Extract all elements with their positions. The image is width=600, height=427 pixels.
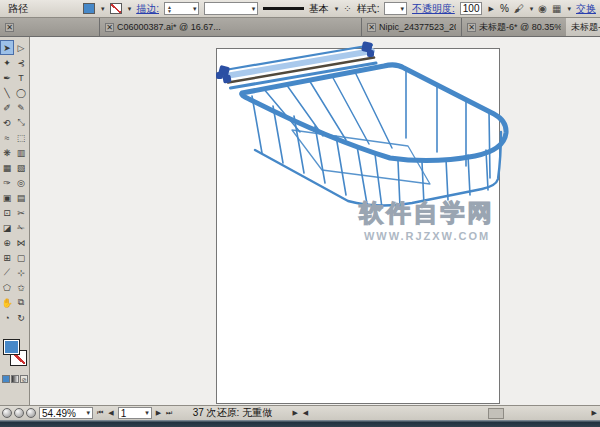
stroke-weight-input[interactable]: ▲▼ — [164, 2, 199, 15]
stepper-icon[interactable]: ▲▼ — [167, 5, 172, 13]
brush-definition-select[interactable]: 基本 — [309, 2, 329, 16]
chevron-down-icon[interactable] — [101, 5, 105, 13]
object-type-label: 路径 — [4, 2, 78, 16]
live-paint-bucket-tool[interactable]: ▣ — [0, 190, 14, 205]
chevron-down-icon[interactable] — [145, 409, 149, 417]
opacity-panel-link[interactable]: 不透明度: — [412, 2, 455, 16]
none-mode-button[interactable]: ⊘ — [20, 375, 28, 383]
slice-tool[interactable]: ✂ — [14, 205, 28, 220]
width-tool[interactable]: ⊕ — [0, 235, 14, 250]
stroke-panel-link[interactable]: 描边: — [136, 2, 159, 16]
variable-width-select[interactable] — [204, 2, 258, 15]
close-icon[interactable]: ✕ — [5, 23, 14, 32]
stroke-color-swatch[interactable] — [110, 3, 122, 14]
tool-icon: ↻ — [17, 313, 25, 323]
scale-tool[interactable]: ⤡ — [14, 115, 28, 130]
first-artboard-button[interactable]: ⏮ — [96, 409, 104, 417]
magic-wand-tool[interactable]: ✦ — [0, 55, 14, 70]
symbol-sprayer-tool[interactable]: ❋ — [0, 145, 14, 160]
line-segment-tool[interactable]: ╲ — [0, 85, 14, 100]
polygon-tool[interactable]: ⬠ — [0, 280, 14, 295]
document-tab[interactable]: ✕ Nipic_24377523_20180909160524790000 [转… — [362, 18, 462, 36]
close-icon[interactable]: ✕ — [105, 23, 114, 32]
recolor-artwork-icon[interactable]: ◉ — [538, 3, 547, 14]
column-graph-tool[interactable]: ▥ — [14, 145, 28, 160]
star-tool[interactable]: ✩ — [14, 280, 28, 295]
chevron-down-icon[interactable] — [86, 409, 90, 417]
scissors-tool[interactable]: ✁ — [14, 220, 28, 235]
document-tab[interactable]: 未标题-11* @ 54.49... — [566, 18, 600, 36]
normal-screen-mode-button[interactable] — [2, 408, 12, 418]
ellipse-tool[interactable]: ◯ — [14, 85, 28, 100]
opacity-popup-icon[interactable]: ▶ — [487, 5, 494, 13]
chevron-down-icon[interactable] — [335, 5, 339, 13]
chevron-down-icon[interactable] — [567, 5, 571, 13]
zoom-level-select[interactable]: 54.49% — [39, 407, 93, 419]
paintbrush-tool[interactable]: ✐ — [0, 100, 14, 115]
artboard-tool[interactable]: ▢ — [14, 250, 28, 265]
type-tool[interactable]: T — [14, 70, 28, 85]
mesh-tool[interactable]: ▦ — [0, 160, 14, 175]
perspective-grid-tool[interactable]: ⊞ — [0, 250, 14, 265]
chevron-down-icon[interactable] — [252, 5, 256, 13]
eraser-tool[interactable]: ◪ — [0, 220, 14, 235]
artboard[interactable] — [216, 48, 500, 404]
document-tab[interactable]: ✕ C06000387.ai* @ 16.67... — [100, 18, 362, 36]
crop-area-tool[interactable]: ⊡ — [0, 205, 14, 220]
pencil-tool[interactable]: ✎ — [14, 100, 28, 115]
last-artboard-button[interactable]: ⏭ — [165, 409, 173, 417]
selection-tool[interactable]: ➤ — [0, 40, 14, 55]
transparency-grid-icon[interactable]: ▦ — [552, 3, 561, 14]
chevron-down-icon[interactable] — [401, 5, 405, 13]
close-icon[interactable]: ✕ — [467, 23, 476, 32]
style-label: 样式: — [357, 2, 380, 16]
swap-link[interactable]: 交换 — [576, 2, 596, 16]
scroll-left-button[interactable]: ◀ — [302, 409, 309, 417]
brush-stroke-preview[interactable] — [263, 7, 303, 10]
close-icon[interactable]: ✕ — [367, 23, 376, 32]
eyedropper-tool[interactable]: ✑ — [0, 175, 14, 190]
brush-options-icon[interactable]: ⁘ — [343, 3, 351, 14]
gradient-mode-button[interactable] — [11, 375, 19, 383]
zoom-tool[interactable]: ◔ — [0, 310, 14, 325]
horizontal-scrollbar[interactable] — [312, 408, 587, 419]
previous-artboard-button[interactable]: ◀ — [107, 409, 114, 417]
status-menu-icon[interactable]: ▶ — [291, 409, 298, 417]
chevron-down-icon[interactable] — [193, 5, 197, 13]
tool-icon: ⊞ — [3, 253, 11, 263]
full-screen-mode-button[interactable] — [26, 408, 36, 418]
free-transform-tool[interactable]: ⬚ — [14, 130, 28, 145]
document-tab[interactable]: ✕ — [0, 18, 100, 36]
opacity-input[interactable]: 100 — [460, 2, 483, 15]
shape-builder-tool[interactable]: ⋈ — [14, 235, 28, 250]
live-paint-selection-tool[interactable]: ▤ — [14, 190, 28, 205]
pen-tool[interactable]: ✒ — [0, 70, 14, 85]
knife-tool[interactable]: ⟋ — [0, 265, 14, 280]
chevron-down-icon[interactable] — [530, 5, 534, 13]
tool-icon: ⟋ — [4, 267, 10, 278]
gradient-tool[interactable]: ▧ — [14, 160, 28, 175]
warp-tool[interactable]: ≈ — [0, 130, 14, 145]
document-tab[interactable]: ✕ 未标题-6* @ 80.35% (C... — [462, 18, 566, 36]
style-select[interactable] — [384, 2, 407, 15]
hand-tool[interactable]: ✋ — [0, 295, 14, 310]
scroll-right-button[interactable]: ▶ — [591, 409, 598, 417]
chevron-down-icon[interactable] — [128, 5, 132, 13]
fill-color-swatch[interactable] — [83, 3, 95, 14]
rotate-view-tool[interactable]: ↻ — [14, 310, 28, 325]
graphic-styles-icon[interactable]: 🖌 — [514, 3, 524, 14]
next-artboard-button[interactable]: ▶ — [155, 409, 162, 417]
tool-icon: T — [18, 73, 24, 83]
measure-tool[interactable]: ⊹ — [14, 265, 28, 280]
print-tiling-tool[interactable]: ⧉ — [14, 295, 28, 310]
scrollbar-thumb[interactable] — [488, 408, 504, 419]
artboard-number-select[interactable]: 1 — [118, 407, 152, 419]
full-screen-menu-mode-button[interactable] — [14, 408, 24, 418]
lasso-tool[interactable]: ⊰ — [14, 55, 28, 70]
blend-tool[interactable]: ◎ — [14, 175, 28, 190]
rotate-tool[interactable]: ⟲ — [0, 115, 14, 130]
color-mode-button[interactable] — [2, 375, 10, 383]
direct-selection-tool[interactable]: ▷ — [14, 40, 28, 55]
canvas[interactable]: 软件自学网 WWW.RJZXW.COM — [30, 37, 600, 405]
fill-swatch[interactable] — [3, 339, 20, 355]
